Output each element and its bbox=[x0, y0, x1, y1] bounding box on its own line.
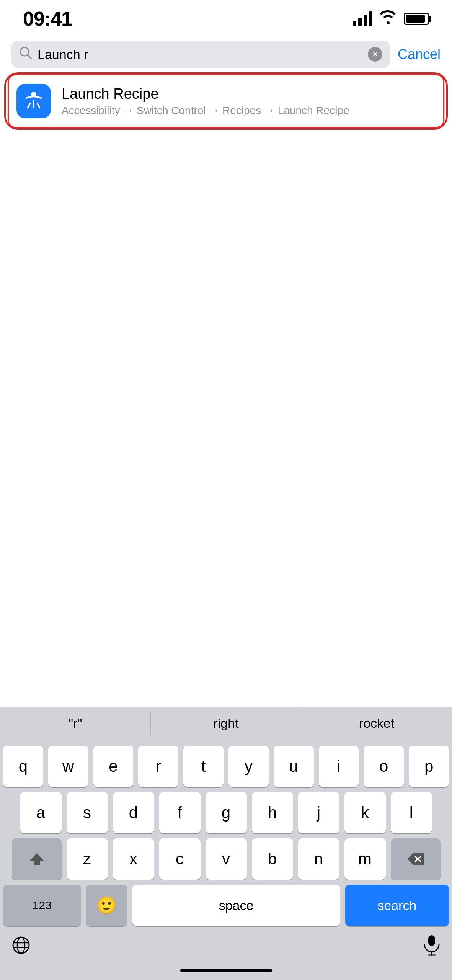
main-content bbox=[0, 128, 452, 434]
key-i[interactable]: i bbox=[319, 746, 359, 787]
space-key[interactable]: space bbox=[132, 885, 340, 926]
search-bar-container: Launch r ✕ Cancel bbox=[0, 34, 452, 74]
key-j[interactable]: j bbox=[298, 792, 339, 833]
svg-rect-9 bbox=[428, 935, 435, 946]
key-w[interactable]: w bbox=[48, 746, 88, 787]
emoji-key[interactable]: 🙂 bbox=[86, 885, 127, 926]
keyboard-container: "r" right rocket q w e r t y u i o p a s… bbox=[0, 707, 452, 980]
key-z[interactable]: z bbox=[67, 838, 108, 880]
status-bar: 09:41 bbox=[0, 0, 452, 34]
svg-point-5 bbox=[13, 937, 29, 953]
key-t[interactable]: t bbox=[183, 746, 224, 787]
search-input-wrapper[interactable]: Launch r ✕ bbox=[11, 41, 390, 68]
key-p[interactable]: p bbox=[409, 746, 449, 787]
search-icon bbox=[19, 46, 32, 62]
result-item[interactable]: Launch Recipe Accessibility → Switch Con… bbox=[8, 74, 444, 128]
key-k[interactable]: k bbox=[344, 792, 386, 833]
key-l[interactable]: l bbox=[391, 792, 432, 833]
shift-key[interactable] bbox=[12, 838, 62, 880]
key-b[interactable]: b bbox=[252, 838, 293, 880]
key-s[interactable]: s bbox=[67, 792, 108, 833]
key-m[interactable]: m bbox=[344, 838, 386, 880]
predictive-item-1[interactable]: "r" bbox=[0, 707, 151, 740]
key-n[interactable]: n bbox=[298, 838, 339, 880]
predictive-bar: "r" right rocket bbox=[0, 707, 452, 740]
home-indicator bbox=[180, 969, 272, 972]
search-key[interactable]: search bbox=[345, 885, 449, 926]
key-e[interactable]: e bbox=[93, 746, 134, 787]
key-q[interactable]: q bbox=[3, 746, 43, 787]
result-breadcrumb: Accessibility → Switch Control → Recipes… bbox=[62, 105, 436, 117]
globe-icon[interactable] bbox=[11, 936, 31, 959]
svg-point-6 bbox=[17, 937, 25, 953]
key-c[interactable]: c bbox=[159, 838, 201, 880]
predictive-item-3[interactable]: rocket bbox=[301, 707, 452, 740]
cancel-button[interactable]: Cancel bbox=[398, 46, 441, 62]
key-h[interactable]: h bbox=[252, 792, 293, 833]
microphone-icon[interactable] bbox=[423, 934, 441, 960]
search-input[interactable]: Launch r bbox=[38, 47, 362, 62]
key-u[interactable]: u bbox=[274, 746, 314, 787]
key-y[interactable]: y bbox=[228, 746, 269, 787]
key-row-4: 123 🙂 space search bbox=[3, 885, 449, 926]
key-f[interactable]: f bbox=[159, 792, 201, 833]
key-a[interactable]: a bbox=[20, 792, 62, 833]
result-title: Launch Recipe bbox=[62, 86, 436, 102]
bottom-action-row bbox=[0, 931, 452, 965]
battery-icon bbox=[404, 13, 429, 25]
key-g[interactable]: g bbox=[206, 792, 247, 833]
status-time: 09:41 bbox=[23, 7, 72, 30]
predictive-item-2[interactable]: right bbox=[151, 707, 302, 740]
signal-icon bbox=[353, 11, 372, 26]
svg-line-1 bbox=[28, 55, 31, 59]
key-row-2: a s d f g h j k l bbox=[3, 792, 449, 833]
backspace-key[interactable] bbox=[391, 838, 441, 880]
key-x[interactable]: x bbox=[113, 838, 154, 880]
key-r[interactable]: r bbox=[138, 746, 178, 787]
key-d[interactable]: d bbox=[113, 792, 154, 833]
numbers-key[interactable]: 123 bbox=[3, 885, 81, 926]
accessibility-icon bbox=[16, 84, 51, 118]
key-v[interactable]: v bbox=[206, 838, 247, 880]
status-icons bbox=[353, 10, 429, 28]
clear-button[interactable]: ✕ bbox=[368, 47, 382, 62]
result-text: Launch Recipe Accessibility → Switch Con… bbox=[62, 86, 436, 117]
key-o[interactable]: o bbox=[364, 746, 404, 787]
key-row-1: q w e r t y u i o p bbox=[3, 746, 449, 787]
search-results: Launch Recipe Accessibility → Switch Con… bbox=[0, 74, 452, 128]
key-row-3: z x c v b n m bbox=[3, 838, 449, 880]
wifi-icon bbox=[379, 10, 397, 28]
keyboard-rows: q w e r t y u i o p a s d f g h j k l bbox=[0, 740, 452, 926]
